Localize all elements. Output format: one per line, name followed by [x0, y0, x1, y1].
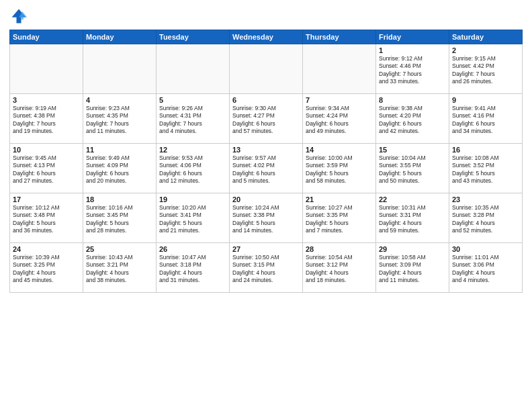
day-number: 5 [159, 96, 226, 104]
weekday-saturday: Saturday [449, 30, 523, 44]
calendar-cell-29: 24Sunrise: 10:39 AM Sunset: 3:25 PM Dayl… [10, 243, 83, 293]
day-info: Sunrise: 10:12 AM Sunset: 3:48 PM Daylig… [13, 204, 80, 235]
calendar-header: Sunday Monday Tuesday Wednesday Thursday… [10, 30, 523, 44]
day-info: Sunrise: 10:04 AM Sunset: 3:55 PM Daylig… [379, 154, 446, 185]
day-number: 28 [306, 245, 373, 253]
calendar-cell-15: 10Sunrise: 9:45 AM Sunset: 4:13 PM Dayli… [10, 144, 83, 193]
calendar-cell-20: 15Sunrise: 10:04 AM Sunset: 3:55 PM Dayl… [376, 144, 449, 193]
day-info: Sunrise: 9:19 AM Sunset: 4:38 PM Dayligh… [13, 105, 80, 136]
day-info: Sunrise: 9:53 AM Sunset: 4:06 PM Dayligh… [159, 154, 226, 185]
day-info: Sunrise: 10:27 AM Sunset: 3:35 PM Daylig… [306, 204, 373, 235]
day-number: 19 [159, 195, 226, 203]
day-info: Sunrise: 9:23 AM Sunset: 4:35 PM Dayligh… [86, 105, 153, 136]
day-number: 10 [13, 146, 80, 154]
day-number: 1 [379, 46, 446, 54]
calendar-cell-26: 21Sunrise: 10:27 AM Sunset: 3:35 PM Dayl… [303, 193, 376, 243]
calendar-cell-23: 18Sunrise: 10:16 AM Sunset: 3:45 PM Dayl… [83, 193, 157, 243]
weekday-tuesday: Tuesday [157, 30, 230, 44]
calendar-cell-19: 14Sunrise: 10:00 AM Sunset: 3:59 PM Dayl… [303, 144, 376, 193]
day-info: Sunrise: 11:01 AM Sunset: 3:06 PM Daylig… [452, 254, 519, 285]
header [9, 7, 523, 26]
calendar-cell-34: 29Sunrise: 10:58 AM Sunset: 3:09 PM Dayl… [376, 243, 449, 293]
day-info: Sunrise: 10:16 AM Sunset: 3:45 PM Daylig… [86, 204, 153, 235]
weekday-row: Sunday Monday Tuesday Wednesday Thursday… [10, 30, 523, 44]
day-number: 12 [159, 146, 226, 154]
day-info: Sunrise: 10:00 AM Sunset: 3:59 PM Daylig… [306, 154, 373, 185]
day-number: 26 [159, 245, 226, 253]
day-number: 24 [13, 245, 80, 253]
week-row-4: 17Sunrise: 10:12 AM Sunset: 3:48 PM Dayl… [10, 193, 523, 243]
weekday-monday: Monday [83, 30, 157, 44]
day-number: 30 [452, 245, 519, 253]
calendar-table: Sunday Monday Tuesday Wednesday Thursday… [9, 30, 523, 293]
day-number: 14 [306, 146, 373, 154]
day-info: Sunrise: 10:35 AM Sunset: 3:28 PM Daylig… [452, 204, 519, 235]
calendar-cell-17: 12Sunrise: 9:53 AM Sunset: 4:06 PM Dayli… [157, 144, 230, 193]
calendar-cell-30: 25Sunrise: 10:43 AM Sunset: 3:21 PM Dayl… [83, 243, 157, 293]
day-number: 21 [306, 195, 373, 203]
weekday-thursday: Thursday [303, 30, 376, 44]
day-info: Sunrise: 10:39 AM Sunset: 3:25 PM Daylig… [13, 254, 80, 285]
day-number: 4 [86, 96, 153, 104]
day-info: Sunrise: 10:43 AM Sunset: 3:21 PM Daylig… [86, 254, 153, 285]
weekday-friday: Friday [376, 30, 449, 44]
day-info: Sunrise: 9:26 AM Sunset: 4:31 PM Dayligh… [159, 105, 226, 136]
calendar-cell-16: 11Sunrise: 9:49 AM Sunset: 4:09 PM Dayli… [83, 144, 157, 193]
calendar-cell-3 [157, 44, 230, 94]
calendar-cell-22: 17Sunrise: 10:12 AM Sunset: 3:48 PM Dayl… [10, 193, 83, 243]
calendar-body: 1Sunrise: 9:12 AM Sunset: 4:46 PM Daylig… [10, 44, 523, 293]
day-info: Sunrise: 9:30 AM Sunset: 4:27 PM Dayligh… [232, 105, 300, 136]
calendar-cell-18: 13Sunrise: 9:57 AM Sunset: 4:02 PM Dayli… [230, 144, 303, 193]
calendar-cell-31: 26Sunrise: 10:47 AM Sunset: 3:18 PM Dayl… [157, 243, 230, 293]
day-number: 9 [452, 96, 519, 104]
day-number: 29 [379, 245, 446, 253]
calendar-cell-27: 22Sunrise: 10:31 AM Sunset: 3:31 PM Dayl… [376, 193, 449, 243]
calendar-cell-12: 7Sunrise: 9:34 AM Sunset: 4:24 PM Daylig… [303, 94, 376, 144]
calendar-cell-8: 3Sunrise: 9:19 AM Sunset: 4:38 PM Daylig… [10, 94, 83, 144]
day-number: 11 [86, 146, 153, 154]
day-number: 8 [379, 96, 446, 104]
day-number: 23 [452, 195, 519, 203]
calendar-cell-32: 27Sunrise: 10:50 AM Sunset: 3:15 PM Dayl… [230, 243, 303, 293]
calendar-cell-9: 4Sunrise: 9:23 AM Sunset: 4:35 PM Daylig… [83, 94, 157, 144]
weekday-sunday: Sunday [10, 30, 83, 44]
calendar-cell-5 [303, 44, 376, 94]
day-info: Sunrise: 10:47 AM Sunset: 3:18 PM Daylig… [159, 254, 226, 285]
calendar-cell-4 [230, 44, 303, 94]
day-number: 17 [13, 195, 80, 203]
logo-icon [9, 7, 28, 26]
day-info: Sunrise: 10:08 AM Sunset: 3:52 PM Daylig… [452, 154, 519, 185]
day-number: 2 [452, 46, 519, 54]
day-number: 16 [452, 146, 519, 154]
day-info: Sunrise: 9:12 AM Sunset: 4:46 PM Dayligh… [379, 55, 446, 86]
day-info: Sunrise: 9:38 AM Sunset: 4:20 PM Dayligh… [379, 105, 446, 136]
weekday-wednesday: Wednesday [230, 30, 303, 44]
day-info: Sunrise: 10:58 AM Sunset: 3:09 PM Daylig… [379, 254, 446, 285]
calendar-cell-14: 9Sunrise: 9:41 AM Sunset: 4:16 PM Daylig… [449, 94, 523, 144]
day-number: 20 [232, 195, 300, 203]
calendar-cell-24: 19Sunrise: 10:20 AM Sunset: 3:41 PM Dayl… [157, 193, 230, 243]
day-number: 7 [306, 96, 373, 104]
day-number: 6 [232, 96, 300, 104]
day-number: 22 [379, 195, 446, 203]
day-number: 18 [86, 195, 153, 203]
day-info: Sunrise: 10:20 AM Sunset: 3:41 PM Daylig… [159, 204, 226, 235]
day-info: Sunrise: 9:15 AM Sunset: 4:42 PM Dayligh… [452, 55, 519, 86]
calendar-cell-10: 5Sunrise: 9:26 AM Sunset: 4:31 PM Daylig… [157, 94, 230, 144]
week-row-5: 24Sunrise: 10:39 AM Sunset: 3:25 PM Dayl… [10, 243, 523, 293]
calendar-cell-2 [83, 44, 157, 94]
day-info: Sunrise: 9:49 AM Sunset: 4:09 PM Dayligh… [86, 154, 153, 185]
day-number: 15 [379, 146, 446, 154]
day-info: Sunrise: 10:50 AM Sunset: 3:15 PM Daylig… [232, 254, 300, 285]
calendar-cell-28: 23Sunrise: 10:35 AM Sunset: 3:28 PM Dayl… [449, 193, 523, 243]
calendar-cell-35: 30Sunrise: 11:01 AM Sunset: 3:06 PM Dayl… [449, 243, 523, 293]
page: Sunday Monday Tuesday Wednesday Thursday… [0, 0, 532, 411]
day-info: Sunrise: 10:54 AM Sunset: 3:12 PM Daylig… [306, 254, 373, 285]
day-info: Sunrise: 9:41 AM Sunset: 4:16 PM Dayligh… [452, 105, 519, 136]
calendar-cell-1 [10, 44, 83, 94]
day-info: Sunrise: 10:31 AM Sunset: 3:31 PM Daylig… [379, 204, 446, 235]
week-row-1: 1Sunrise: 9:12 AM Sunset: 4:46 PM Daylig… [10, 44, 523, 94]
day-info: Sunrise: 10:24 AM Sunset: 3:38 PM Daylig… [232, 204, 300, 235]
day-number: 25 [86, 245, 153, 253]
day-info: Sunrise: 9:57 AM Sunset: 4:02 PM Dayligh… [232, 154, 300, 185]
